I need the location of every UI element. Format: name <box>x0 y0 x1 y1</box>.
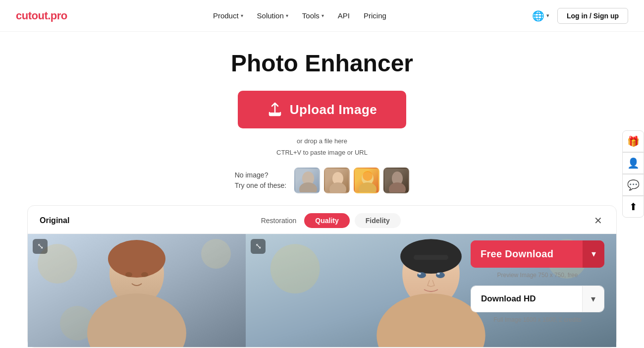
svg-rect-24 <box>414 255 448 260</box>
chevron-down-icon: ▾ <box>322 13 324 18</box>
page-title: Photo Enhancer <box>231 50 413 77</box>
resize-icon: ⤡ <box>37 241 44 251</box>
chevron-down-icon: ▾ <box>546 12 549 19</box>
logo[interactable]: cutout.pro <box>16 9 67 22</box>
svg-point-11 <box>201 239 231 269</box>
sample-face-4 <box>384 169 409 193</box>
image-resize-button[interactable]: ⤡ <box>33 239 48 254</box>
nav-link-tools[interactable]: Tools ▾ <box>302 11 324 20</box>
gift-button[interactable]: 🎁 <box>622 130 644 152</box>
original-image: ⤡ <box>28 234 246 347</box>
nav-item-api[interactable]: API <box>338 11 350 20</box>
free-download-dropdown[interactable]: ▾ <box>583 240 604 268</box>
upload-icon <box>267 102 283 117</box>
navigation: cutout.pro Product ▾ Solution ▾ Tools ▾ … <box>0 0 644 32</box>
nav-label-tools: Tools <box>302 11 320 20</box>
download-panel: Free Download ▾ Preview Image 750 x 750,… <box>471 240 604 323</box>
svg-point-17 <box>141 272 148 277</box>
nav-link-api[interactable]: API <box>338 11 350 20</box>
nav-item-pricing[interactable]: Pricing <box>364 11 386 20</box>
login-button[interactable]: Log in / Sign up <box>557 8 628 24</box>
download-hd-row: Download HD ▾ <box>471 286 604 312</box>
tab-quality[interactable]: Quality <box>304 213 349 228</box>
upload-area[interactable]: Upload Image <box>238 91 406 128</box>
nav-item-tools[interactable]: Tools ▾ <box>302 11 324 20</box>
close-button[interactable]: ✕ <box>592 213 604 229</box>
svg-point-3 <box>329 182 346 193</box>
original-label: Original <box>40 216 69 225</box>
svg-point-16 <box>125 272 132 277</box>
sample-face-3 <box>355 169 379 193</box>
upload-button[interactable]: Upload Image <box>238 91 406 128</box>
svg-point-28 <box>437 273 440 275</box>
logo-main: cutout <box>16 9 48 22</box>
main-content: Photo Enhancer Upload Image or drop a fi… <box>0 32 644 348</box>
sample-label-line2: Try one of these: <box>235 180 287 191</box>
chevron-down-icon: ▾ <box>591 293 595 304</box>
free-download-button[interactable]: Free Download <box>471 240 583 268</box>
free-download-row: Free Download ▾ <box>471 240 604 268</box>
logo-accent: .pro <box>48 9 67 22</box>
resize-icon-right: ⤡ <box>255 241 262 251</box>
download-hd-dropdown[interactable]: ▾ <box>582 286 604 312</box>
restoration-label: Restoration <box>261 217 297 225</box>
arrow-up-icon: ⬆ <box>629 201 638 213</box>
comparison-header: Original Restoration Quality Fidelity ✕ <box>28 206 616 234</box>
svg-point-5 <box>359 182 376 193</box>
scroll-top-button[interactable]: ⬆ <box>622 196 644 218</box>
svg-point-1 <box>299 182 317 193</box>
upload-label: Upload Image <box>290 102 377 117</box>
comparison-area: Original Restoration Quality Fidelity ✕ <box>27 205 617 348</box>
sample-label-line1: No image? <box>235 170 287 180</box>
nav-right: 🌐 ▾ Log in / Sign up <box>532 8 628 24</box>
sample-face-2 <box>325 169 350 193</box>
original-image-content <box>28 234 246 347</box>
svg-point-19 <box>270 244 320 293</box>
sample-image-4[interactable] <box>383 168 409 193</box>
user-button[interactable]: 👤 <box>622 152 644 174</box>
svg-point-27 <box>418 273 421 275</box>
logo-text: cutout.pro <box>16 9 67 22</box>
user-icon: 👤 <box>627 157 640 169</box>
nav-label-api: API <box>338 11 350 20</box>
chat-button[interactable]: 💬 <box>622 174 644 196</box>
nav-item-product[interactable]: Product ▾ <box>213 11 243 20</box>
nav-links: Product ▾ Solution ▾ Tools ▾ API Pricing <box>213 11 386 20</box>
download-hd-button[interactable]: Download HD <box>471 286 582 312</box>
svg-point-15 <box>108 240 165 278</box>
nav-link-solution[interactable]: Solution ▾ <box>257 11 288 20</box>
language-icon: 🌐 <box>532 10 544 22</box>
preview-text: Preview Image 750 x 750, free <box>471 272 604 279</box>
svg-point-6 <box>363 171 373 181</box>
image-resize-button-right[interactable]: ⤡ <box>251 239 266 254</box>
sample-images-container <box>294 168 409 193</box>
sample-image-1[interactable] <box>294 168 320 193</box>
chevron-down-icon: ▾ <box>286 13 288 18</box>
full-image-text: Full Image 1600 x 1600, 2 credits <box>471 316 604 323</box>
sample-image-3[interactable] <box>354 168 379 193</box>
chevron-down-icon: ▾ <box>591 248 596 259</box>
hint-line1: or drop a file here <box>276 135 368 147</box>
gift-icon: 🎁 <box>627 135 640 147</box>
chat-icon: 💬 <box>627 179 640 191</box>
sample-face-1 <box>295 169 320 193</box>
nav-label-pricing: Pricing <box>364 11 386 20</box>
nav-link-pricing[interactable]: Pricing <box>364 11 386 20</box>
sample-images-row: No image? Try one of these: <box>235 168 410 193</box>
floating-side-panel: 🎁 👤 💬 ⬆ <box>622 130 644 218</box>
upload-hint: or drop a file here CTRL+V to paste imag… <box>276 135 368 159</box>
nav-label-solution: Solution <box>257 11 284 20</box>
chevron-down-icon: ▾ <box>241 13 243 18</box>
nav-label-product: Product <box>213 11 239 20</box>
sample-label: No image? Try one of these: <box>235 170 287 191</box>
nav-link-product[interactable]: Product ▾ <box>213 11 243 20</box>
sample-image-2[interactable] <box>324 168 350 193</box>
restoration-controls: Restoration Quality Fidelity <box>261 213 401 228</box>
language-selector[interactable]: 🌐 ▾ <box>532 10 549 22</box>
tab-fidelity[interactable]: Fidelity <box>355 213 401 228</box>
svg-point-8 <box>389 182 406 193</box>
nav-item-solution[interactable]: Solution ▾ <box>257 11 288 20</box>
hint-line2: CTRL+V to paste image or URL <box>276 147 368 158</box>
